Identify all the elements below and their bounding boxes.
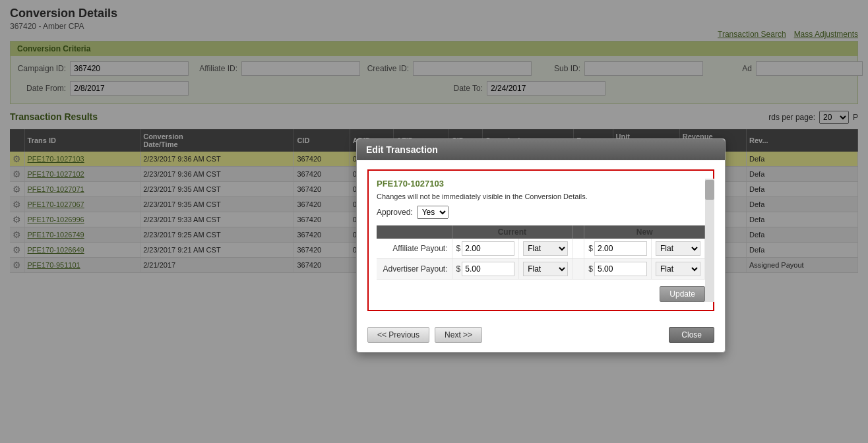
modal-inner: PFE170-1027103 Changes will not be immed… xyxy=(367,169,714,311)
modal-header: Edit Transaction xyxy=(357,139,725,160)
affiliate-current-amount[interactable] xyxy=(462,241,514,256)
approved-label: Approved: xyxy=(377,208,413,217)
update-button[interactable]: Update xyxy=(660,286,705,302)
modal-scrollbar xyxy=(705,179,714,302)
close-button[interactable]: Close xyxy=(669,327,714,343)
affiliate-payout-label: Affiliate Payout: xyxy=(377,239,452,259)
edit-transaction-modal: Edit Transaction PFE170-1027103 Changes … xyxy=(356,138,726,353)
advertiser-payout-label: Advertiser Payout: xyxy=(377,259,452,280)
modal-notice: Changes will not be immediately visible … xyxy=(377,192,705,200)
affiliate-separator xyxy=(573,239,584,259)
advertiser-current-dollar: $ xyxy=(452,259,519,280)
modal-body: PFE170-1027103 Changes will not be immed… xyxy=(357,160,725,320)
affiliate-new-type-select[interactable]: Flat Percent None xyxy=(656,241,700,256)
new-header: New xyxy=(584,225,705,239)
affiliate-new-dollar: $ xyxy=(584,239,652,259)
advertiser-new-amount[interactable] xyxy=(594,262,647,276)
approved-select[interactable]: Yes No xyxy=(417,206,449,219)
advertiser-new-type-select[interactable]: Flat Percent None xyxy=(656,262,700,276)
modal-title: Edit Transaction xyxy=(366,144,438,155)
advertiser-current-type-select[interactable]: Flat Percent None xyxy=(523,262,568,276)
affiliate-new-type-cell: Flat Percent None xyxy=(652,239,705,259)
affiliate-current-type-cell: Flat Percent None xyxy=(519,239,573,259)
modal-table: Current New Affiliate Payout: $ xyxy=(377,225,705,280)
advertiser-new-dollar: $ xyxy=(584,259,652,280)
modal-footer: << Previous Next >> Close xyxy=(357,320,725,352)
affiliate-current-type-select[interactable]: Flat Percent None xyxy=(523,241,568,256)
modal-scrollbar-thumb xyxy=(705,180,714,200)
advertiser-separator xyxy=(573,259,584,280)
modal-approved: Approved: Yes No xyxy=(377,206,705,219)
page-wrapper: Conversion Details 367420 - Amber CPA Tr… xyxy=(0,0,868,443)
affiliate-payout-row: Affiliate Payout: $ Flat Percent None xyxy=(377,239,705,259)
advertiser-new-type-cell: Flat Percent None xyxy=(652,259,705,280)
affiliate-current-dollar: $ xyxy=(452,239,519,259)
next-button[interactable]: Next >> xyxy=(435,327,482,343)
previous-button[interactable]: << Previous xyxy=(367,327,429,343)
modal-trans-id: PFE170-1027103 xyxy=(377,179,705,189)
current-header: Current xyxy=(452,225,573,239)
advertiser-payout-row: Advertiser Payout: $ Flat Percent None xyxy=(377,259,705,280)
advertiser-current-amount[interactable] xyxy=(462,262,514,276)
modal-update-row: Update xyxy=(377,286,705,302)
advertiser-current-type-cell: Flat Percent None xyxy=(519,259,573,280)
modal-nav-group: << Previous Next >> xyxy=(367,327,482,343)
affiliate-new-amount[interactable] xyxy=(594,241,647,256)
